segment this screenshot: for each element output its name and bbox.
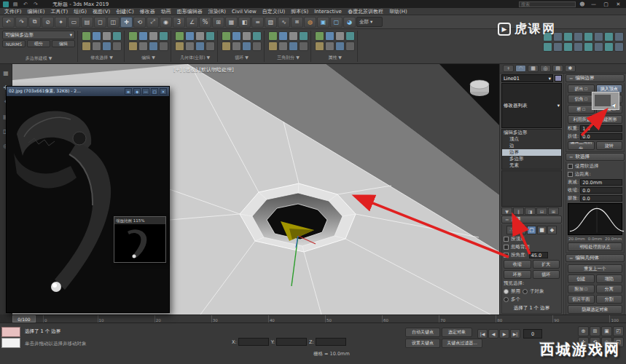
ribbon-icon[interactable] — [112, 31, 122, 41]
menu-item[interactable]: 自定义(U) — [262, 8, 286, 15]
rectangular-selection-region-icon[interactable]: ◻ — [94, 17, 106, 28]
display-tab-icon[interactable]: ▤ — [552, 65, 563, 72]
redo-quick-icon[interactable]: ↷ — [32, 1, 39, 7]
modifier-stack-item[interactable]: 元素 — [502, 162, 561, 169]
docked-toolbar-icon[interactable] — [574, 42, 583, 52]
spinner-row[interactable]: 衰减:20.0mm — [568, 179, 622, 186]
ribbon-icon[interactable] — [278, 41, 288, 51]
ribbon-icon[interactable] — [185, 41, 195, 51]
menu-item[interactable]: 文件(F) — [4, 8, 22, 15]
ribbon-icon[interactable] — [102, 41, 111, 51]
modifier-stack-item[interactable]: 边 — [502, 143, 561, 149]
modifier-stack-item[interactable]: 多边形 — [502, 156, 561, 162]
ribbon-icon[interactable] — [268, 31, 278, 41]
menu-item[interactable]: 修改器 — [140, 8, 155, 15]
modifier-stack-item[interactable]: 边界 — [502, 149, 561, 156]
docked-toolbar-icon[interactable] — [574, 32, 583, 41]
pin-stack-icon[interactable]: ▼ — [501, 207, 512, 215]
menu-item[interactable]: 工具(T) — [50, 8, 68, 15]
edit-geometry-rollout-header[interactable]: −编辑几何体 — [566, 254, 625, 262]
docked-toolbar-icon[interactable] — [614, 42, 624, 52]
select-by-name-icon[interactable]: ▤ — [81, 17, 93, 28]
unlink-selection-icon[interactable]: ⊘ — [42, 17, 54, 28]
ribbon-section-label[interactable]: 几何体(全部) ▼ — [175, 55, 215, 61]
ribbon-icon[interactable] — [325, 31, 334, 41]
minimize-button[interactable]: — — [589, 1, 598, 7]
edit-borders-button[interactable]: 挤出 □ — [568, 84, 595, 93]
docked-toolbar-icon[interactable] — [563, 32, 573, 41]
select-and-link-icon[interactable]: ⧉ — [28, 17, 41, 28]
spinner-row[interactable]: 折缝:0.0 — [568, 133, 622, 140]
selection-filter-dropdown[interactable]: 全部 ▾ — [356, 17, 383, 27]
viewer-maximize-icon[interactable]: ▢ — [151, 88, 158, 95]
object-name-dropdown[interactable]: Line01▾ — [501, 74, 553, 82]
ribbon-icon[interactable] — [195, 31, 205, 41]
viewport-label[interactable]: [+] [透视] [默认明暗处理] — [173, 66, 234, 74]
preview-disable-radio[interactable] — [504, 289, 509, 294]
align-icon[interactable]: ≡ — [251, 17, 264, 28]
track-bar[interactable]: 0/100 0102030405060708090100 — [12, 314, 626, 323]
menu-item[interactable]: 渲染(R) — [208, 8, 226, 15]
menu-item[interactable]: 编辑(E) — [28, 8, 45, 15]
selection-action-button[interactable]: 循环 — [533, 270, 560, 279]
maximize-button[interactable]: ▢ — [601, 1, 611, 7]
docked-toolbar-icon[interactable] — [594, 42, 603, 52]
viewer-close-icon[interactable]: ✕ — [160, 88, 167, 95]
coordinate-field[interactable] — [238, 338, 269, 346]
modifier-list-dropdown[interactable]: 修改器列表▾ — [501, 83, 562, 128]
docked-toolbar-icon[interactable] — [614, 32, 624, 41]
ribbon-icon[interactable] — [289, 31, 298, 41]
auto-key-button[interactable]: 自动关键点 — [405, 328, 440, 337]
motion-tab-icon[interactable]: ◎ — [540, 65, 551, 72]
ribbon-section-label[interactable]: 循环 ▼ — [222, 55, 262, 61]
edit-geometry-button[interactable]: 重复上一个 — [568, 264, 622, 273]
rendered-frame-window-icon[interactable]: ▢ — [330, 17, 343, 28]
pan-icon[interactable]: ✛ — [578, 337, 589, 347]
selection-action-button[interactable]: 收缩 — [504, 260, 531, 269]
image-viewer-titlebar[interactable]: 02.jpg (703x661像素, 32KB) - 2... ≡◈—▢✕ — [7, 87, 169, 96]
menu-item[interactable]: 创建(C) — [116, 8, 133, 15]
ribbon-icon[interactable] — [185, 31, 195, 41]
ribbon-section-label[interactable]: 属性 ▼ — [315, 55, 355, 61]
snaps-toggle-icon[interactable]: 3 — [173, 17, 185, 28]
edit-geometry-button[interactable]: 隐藏选定对象 — [568, 305, 622, 314]
coordinate-field[interactable] — [316, 338, 346, 346]
edit-geometry-button[interactable]: 附加 □ — [568, 285, 595, 293]
modifier-stack-empty-area[interactable] — [501, 170, 562, 207]
ribbon-icon[interactable] — [299, 41, 308, 51]
image-viewer-window[interactable]: 02.jpg (703x661像素, 32KB) - 2... ≡◈—▢✕ 缩放… — [6, 86, 170, 313]
maximize-viewport-icon[interactable]: ◱ — [613, 337, 624, 347]
ribbon-icon[interactable] — [232, 31, 241, 41]
ribbon-icon[interactable] — [278, 31, 288, 41]
border-subobject-icon[interactable]: ▢ — [527, 226, 536, 234]
named-selection-sets-icon[interactable]: ▦ — [225, 17, 238, 28]
hierarchy-tab-icon[interactable]: ▦ — [528, 65, 539, 72]
modify-tab-icon[interactable]: ◠ — [515, 65, 526, 72]
redo-icon[interactable]: ↷ — [15, 17, 28, 28]
edge-subobject-icon[interactable]: ∕ — [517, 226, 526, 234]
modifier-stack-item[interactable]: 编辑多边形 — [502, 130, 561, 136]
render-production-icon[interactable]: ◕ — [343, 17, 356, 28]
spinner-snap-icon[interactable]: ⊞ — [212, 17, 224, 28]
ribbon-icon[interactable] — [82, 41, 91, 51]
ribbon-section-label[interactable]: 多边形建模 ▼ — [2, 55, 75, 62]
ribbon-toggle-button[interactable]: 细分 — [27, 40, 50, 47]
go-to-start-button[interactable]: |◀ — [477, 329, 488, 339]
zoom-ratio-popup[interactable]: 缩放比例 115% — [114, 216, 166, 263]
ribbon-toggle-button[interactable]: NURMS — [2, 40, 26, 47]
ribbon-icon[interactable] — [345, 41, 355, 51]
ribbon-section-label[interactable]: 三角剖分 ▼ — [268, 55, 308, 61]
show-end-result-icon[interactable]: ∥ — [513, 207, 524, 215]
ribbon-toggle-button[interactable]: 编辑 — [52, 40, 75, 47]
current-frame-field[interactable]: 0 — [523, 329, 542, 339]
play-button[interactable]: ▶ — [499, 329, 509, 339]
ribbon-icon[interactable] — [315, 31, 324, 41]
bind-to-spacewarp-icon[interactable]: ✦ — [55, 17, 67, 28]
edit-borders-button[interactable]: 旋转 — [596, 141, 623, 150]
selection-rollout-header[interactable]: −选择 — [501, 215, 562, 223]
menu-item[interactable]: 脚本(S) — [291, 8, 308, 15]
ribbon-icon[interactable] — [128, 41, 138, 51]
ribbon-icon[interactable] — [92, 41, 101, 51]
docked-toolbar-icon[interactable] — [543, 42, 552, 52]
menu-item[interactable]: 图形编辑器 — [177, 8, 203, 15]
